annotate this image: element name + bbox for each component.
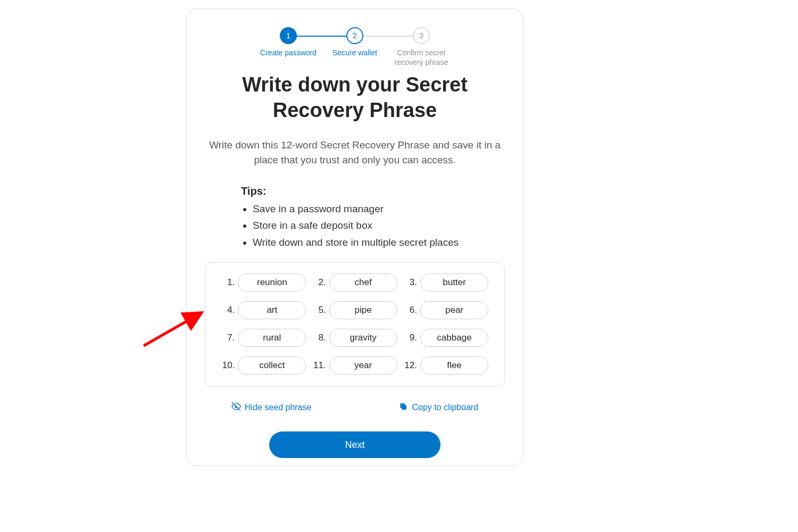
seed-word: art (238, 301, 306, 319)
page-description: Write down this 12-word Secret Recovery … (205, 138, 505, 167)
action-row: Hide seed phrase Copy to clipboard (205, 402, 505, 413)
svg-rect-2 (400, 403, 405, 408)
seed-word-number: 2. (315, 277, 326, 288)
page-title: Write down your Secret Recovery Phrase (205, 72, 505, 123)
tips-section: Tips: Save in a password manager Store i… (241, 185, 505, 251)
seed-word: year (329, 356, 397, 375)
seed-word-cell: 7.rural (221, 329, 306, 347)
step-2: 2 Secure wallet (322, 27, 388, 58)
seed-word-cell: 8.gravity (312, 329, 397, 347)
seed-word-cell: 2.chef (312, 273, 397, 292)
step-circle-3: 3 (413, 27, 430, 44)
copy-to-clipboard-label: Copy to clipboard (412, 403, 478, 412)
seed-word-cell: 3.butter (404, 273, 488, 292)
seed-word: reunion (238, 273, 306, 292)
seed-word: collect (238, 356, 306, 375)
step-circle-1: 1 (280, 27, 297, 44)
seed-word-cell: 10.collect (221, 356, 306, 375)
onboarding-panel: 1 Create password 2 Secure wallet 3 Conf… (186, 9, 523, 466)
eye-off-icon (231, 402, 241, 413)
seed-word-cell: 4.art (221, 301, 306, 319)
tip-item: Store in a safe deposit box (253, 217, 505, 234)
seed-word: pipe (329, 301, 397, 319)
seed-word-number: 8. (315, 332, 326, 343)
seed-word: cabbage (420, 329, 488, 347)
seed-word-cell: 5.pipe (312, 301, 397, 319)
tip-item: Save in a password manager (253, 201, 505, 217)
seed-word: chef (329, 273, 397, 292)
tips-heading: Tips: (241, 185, 505, 197)
step-label-3: Confirm secret recovery phrase (388, 48, 455, 67)
stepper-connector (297, 36, 347, 37)
seed-phrase-box: 1.reunion 2.chef 3.butter 4.art 5.pipe 6… (205, 262, 505, 387)
copy-to-clipboard-button[interactable]: Copy to clipboard (398, 402, 478, 413)
seed-word: gravity (329, 329, 397, 347)
seed-word: flee (420, 356, 488, 375)
seed-word-number: 11. (313, 360, 326, 371)
seed-word-cell: 11.year (312, 356, 397, 375)
seed-word-number: 4. (224, 305, 235, 315)
seed-word-number: 5. (315, 305, 326, 315)
stepper-connector (363, 36, 413, 37)
step-circle-2: 2 (346, 27, 363, 44)
step-label-1: Create password (260, 48, 317, 58)
hide-seed-phrase-label: Hide seed phrase (245, 403, 311, 412)
tip-item: Write down and store in multiple secret … (253, 234, 505, 251)
copy-icon (398, 402, 408, 413)
seed-word-cell: 6.pear (404, 301, 488, 319)
seed-word-number: 10. (222, 360, 235, 371)
seed-word-number: 1. (224, 277, 235, 288)
step-label-2: Secure wallet (332, 48, 377, 58)
stepper: 1 Create password 2 Secure wallet 3 Conf… (205, 27, 505, 67)
seed-word-cell: 9.cabbage (404, 329, 488, 347)
seed-word: rural (238, 329, 306, 347)
seed-word: butter (420, 273, 488, 292)
step-3: 3 Confirm secret recovery phrase (388, 27, 455, 67)
seed-word-number: 12. (404, 360, 417, 371)
seed-word-number: 6. (406, 305, 417, 315)
seed-word-cell: 12.flee (404, 356, 488, 375)
seed-word-number: 7. (224, 332, 235, 343)
step-1: 1 Create password (255, 27, 322, 58)
seed-word-number: 9. (406, 332, 417, 343)
hide-seed-phrase-button[interactable]: Hide seed phrase (231, 402, 311, 413)
seed-word: pear (420, 301, 488, 319)
seed-word-cell: 1.reunion (221, 273, 306, 292)
next-button[interactable]: Next (269, 431, 440, 458)
seed-word-number: 3. (406, 277, 417, 288)
